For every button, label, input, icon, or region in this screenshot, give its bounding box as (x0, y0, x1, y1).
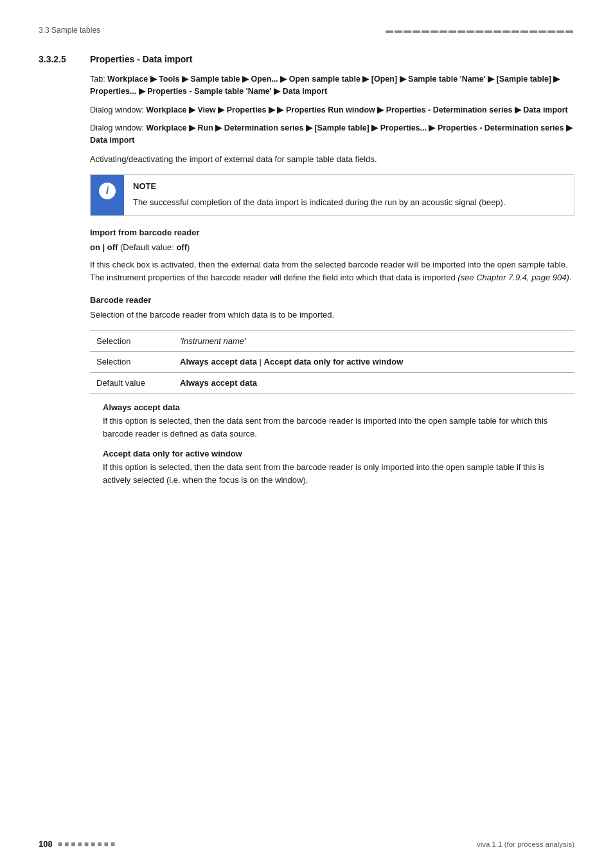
option-accept-active-text: If this option is selected, then the dat… (103, 461, 574, 486)
footer-left: 108 ■■■■■■■■■ (39, 839, 117, 849)
table-cell-label: Selection (90, 352, 173, 373)
page-header: 3.3 Sample tables ▬▬▬▬▬▬▬▬▬▬▬▬▬▬▬▬▬▬▬▬▬ (39, 26, 574, 35)
table-row: Selection Always accept data | Accept da… (90, 352, 574, 373)
section-heading: 3.3.2.5 Properties - Data import (39, 54, 574, 64)
table-cell-value: 'Instrument name' (173, 330, 574, 352)
nav-path-3: Dialog window: Workplace ▶ Run ▶ Determi… (90, 122, 574, 147)
header-section-label: 3.3 Sample tables (39, 26, 100, 35)
table-cell-label: Default value (90, 372, 173, 393)
info-icon: i (99, 183, 116, 199)
option-always-accept: Always accept data If this option is sel… (103, 402, 574, 440)
section-title: Properties - Data import (90, 54, 192, 64)
header-decoration: ▬▬▬▬▬▬▬▬▬▬▬▬▬▬▬▬▬▬▬▬▬ (386, 26, 574, 35)
import-description: If this check box is activated, then the… (90, 258, 574, 284)
barcode-reader-heading: Barcode reader (90, 295, 574, 305)
barcode-table: Selection 'Instrument name' Selection Al… (90, 330, 574, 394)
option-accept-active-heading: Accept data only for active window (103, 449, 574, 458)
option-accept-active: Accept data only for active window If th… (103, 449, 574, 486)
table-row: Default value Always accept data (90, 372, 574, 393)
main-description: Activating/deactivating the import of ex… (90, 153, 574, 166)
footer-version: viva 1.1 (for process analysis) (477, 840, 574, 848)
import-option-line: on | off (Default value: off) (90, 241, 574, 254)
page-footer: 108 ■■■■■■■■■ viva 1.1 (for process anal… (39, 839, 574, 849)
table-row: Selection 'Instrument name' (90, 330, 574, 352)
barcode-reader-description: Selection of the barcode reader from whi… (90, 309, 574, 321)
note-icon-column: i (91, 175, 124, 215)
table-cell-label: Selection (90, 330, 173, 352)
import-section-heading: Import from barcode reader (90, 228, 574, 237)
page-number: 108 (39, 839, 53, 849)
note-content: NOTE The successful completion of the da… (124, 175, 574, 215)
page: 3.3 Sample tables ▬▬▬▬▬▬▬▬▬▬▬▬▬▬▬▬▬▬▬▬▬ … (0, 0, 613, 868)
section-number: 3.3.2.5 (39, 54, 77, 64)
footer-dots: ■■■■■■■■■ (58, 840, 117, 849)
note-box: i NOTE The successful completion of the … (90, 174, 574, 216)
option-always-accept-heading: Always accept data (103, 402, 574, 412)
option-always-accept-text: If this option is selected, then the dat… (103, 415, 574, 440)
nav-path-2: Dialog window: Workplace ▶ View ▶ Proper… (90, 104, 574, 116)
nav-path-1: Tab: Workplace ▶ Tools ▶ Sample table ▶ … (90, 73, 574, 98)
table-cell-value: Always accept data (173, 372, 574, 393)
content-block: Tab: Workplace ▶ Tools ▶ Sample table ▶ … (90, 73, 574, 486)
note-text: The successful completion of the data im… (133, 196, 565, 209)
table-cell-value: Always accept data | Accept data only fo… (173, 352, 574, 373)
note-title: NOTE (133, 181, 565, 191)
barcode-reader-section: Barcode reader Selection of the barcode … (90, 295, 574, 486)
